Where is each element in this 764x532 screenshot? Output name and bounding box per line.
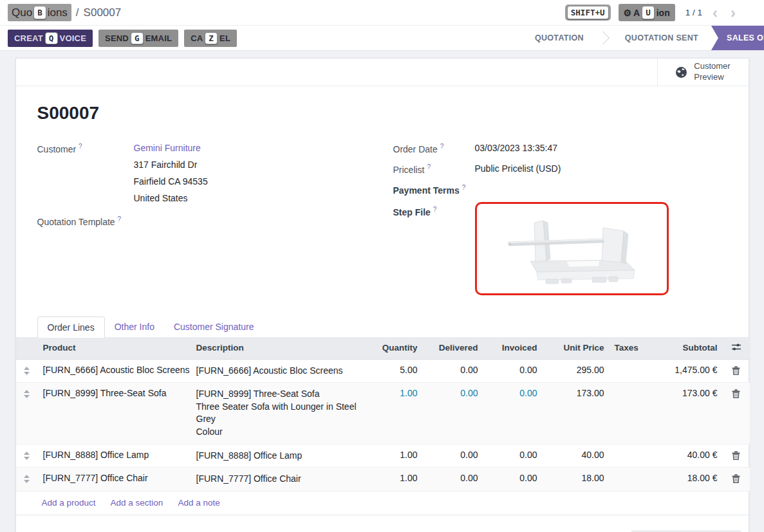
payment-terms-label: Payment Terms ?	[393, 183, 475, 196]
col-invoiced[interactable]: Invoiced	[483, 337, 543, 360]
subtotal-cell: 40.00 €	[651, 444, 723, 468]
table-row[interactable]: [FURN_8888] Office Lamp[FURN_8888] Offic…	[16, 444, 750, 468]
product-cell[interactable]: [FURN_8888] Office Lamp	[38, 444, 191, 468]
quantity-cell[interactable]: 1.00	[365, 444, 423, 468]
drag-handle-icon	[24, 390, 30, 398]
pager-prev-icon[interactable]: ‹	[710, 5, 720, 21]
product-cell[interactable]: [FURN_6666] Acoustic Bloc Screens	[38, 359, 191, 383]
table-row[interactable]: [FURN_6666] Acoustic Bloc Screens[FURN_6…	[16, 359, 750, 383]
table-row[interactable]: [FURN_8999] Three-Seat Sofa[FURN_8999] T…	[16, 383, 750, 444]
topbar-right: SHIFT+U ⚙ A U ion 1 / 1 ‹ ›	[565, 4, 764, 21]
help-icon: ?	[79, 143, 82, 150]
add-a-note-link[interactable]: Add a note	[178, 498, 219, 508]
cancel-button[interactable]: CA Z EL	[184, 30, 237, 47]
add-a-section-link[interactable]: Add a section	[111, 498, 163, 508]
description-cell[interactable]: [FURN_7777] Office Chair	[191, 468, 365, 491]
subtotal-cell: 173.00 €	[651, 383, 723, 444]
globe-icon	[675, 66, 687, 78]
pager-next-icon[interactable]: ›	[728, 5, 738, 21]
invoiced-cell: 0.00	[483, 383, 543, 444]
quantity-cell[interactable]: 1.00	[365, 468, 423, 491]
customer-address-line: 317 Fairchild Dr	[134, 158, 208, 172]
col-description[interactable]: Description	[191, 337, 365, 360]
description-cell[interactable]: [FURN_8999] Three-Seat SofaThree Seater …	[191, 383, 365, 444]
invoiced-cell: 0.00	[483, 359, 543, 383]
row-drag-handle[interactable]	[16, 468, 38, 491]
optional-columns-icon[interactable]	[723, 337, 750, 360]
invoiced-cell: 0.00	[483, 468, 543, 491]
row-drag-handle[interactable]	[16, 444, 38, 468]
field-customer: Customer ? Gemini Furniture 317 Fairchil…	[37, 142, 393, 205]
customer-link[interactable]: Gemini Furniture	[134, 143, 201, 153]
description-cell[interactable]: [FURN_8888] Office Lamp	[191, 444, 365, 468]
taxes-cell[interactable]	[610, 383, 651, 444]
step-file-preview[interactable]	[475, 202, 669, 295]
help-icon: ?	[433, 206, 437, 213]
form-sheet: Customer Preview S00007 Customer ? Gemin…	[15, 58, 749, 532]
send-email-label-post: EMAIL	[145, 33, 172, 43]
help-icon: ?	[440, 143, 444, 150]
delete-row-button[interactable]	[723, 468, 750, 491]
field-pricelist: Pricelist ? Public Pricelist (USD)	[393, 162, 727, 176]
order-lines-table: Product Description Quantity Delivered I…	[16, 337, 750, 491]
trash-icon	[732, 474, 740, 483]
description-cell[interactable]: [FURN_6666] Acoustic Bloc Screens	[191, 359, 365, 383]
quantity-cell[interactable]: 1.00	[365, 383, 423, 444]
col-quantity[interactable]: Quantity	[365, 337, 423, 360]
pricelist-value[interactable]: Public Pricelist (USD)	[475, 162, 561, 176]
tab-order-lines[interactable]: Order Lines	[37, 316, 105, 338]
tab-customer-signature[interactable]: Customer Signature	[164, 316, 264, 337]
breadcrumb-separator: /	[76, 6, 79, 19]
add-line-row: Add a product Add a section Add a note	[16, 491, 749, 515]
shortcut-hint-g: G	[131, 32, 144, 44]
col-taxes[interactable]: Taxes	[610, 337, 651, 360]
col-subtotal[interactable]: Subtotal	[651, 337, 723, 360]
row-drag-handle[interactable]	[16, 383, 38, 444]
help-icon: ?	[462, 184, 466, 191]
cancel-label-post: EL	[219, 33, 230, 43]
form-view-background: Customer Preview S00007 Customer ? Gemin…	[0, 51, 764, 532]
row-drag-handle[interactable]	[16, 359, 38, 383]
product-cell[interactable]: [FURN_8999] Three-Seat Sofa	[38, 383, 191, 444]
delivered-cell: 0.00	[423, 383, 483, 444]
product-cell[interactable]: [FURN_7777] Office Chair	[38, 468, 191, 491]
subtotal-cell: 18.00 €	[651, 468, 723, 491]
add-a-product-link[interactable]: Add a product	[42, 498, 96, 508]
control-panel-top: Quo B ions / S00007 SHIFT+U ⚙ A U ion 1 …	[0, 0, 764, 26]
delete-row-button[interactable]	[723, 444, 750, 468]
create-invoice-button[interactable]: CREAT Q VOICE	[8, 30, 93, 47]
taxes-cell[interactable]	[610, 468, 651, 491]
pricelist-label: Pricelist ?	[393, 162, 475, 176]
send-email-button[interactable]: SEND G EMAIL	[98, 30, 178, 47]
send-email-label-pre: SEND	[105, 33, 129, 43]
action-menu-button[interactable]: ⚙ A U ion	[619, 4, 675, 21]
order-date-value[interactable]: 03/03/2023 13:35:47	[475, 142, 557, 155]
quantity-cell[interactable]: 5.00	[365, 359, 423, 383]
help-icon: ?	[427, 163, 431, 170]
unit-price-cell[interactable]: 40.00	[543, 444, 610, 468]
create-invoice-label-post: VOICE	[60, 33, 86, 43]
breadcrumb-quotations-link[interactable]: Quo B ions	[8, 4, 71, 21]
stage-sales-order[interactable]: SALES ORD	[711, 26, 764, 50]
stage-quotation-sent[interactable]: QUOTATION SENT	[612, 26, 711, 50]
stage-quotation[interactable]: QUOTATION	[522, 26, 597, 50]
customer-label: Customer ?	[37, 142, 134, 205]
table-header-row: Product Description Quantity Delivered I…	[16, 337, 750, 360]
action-label-post: ion	[657, 8, 670, 18]
tab-other-info[interactable]: Other Info	[105, 316, 164, 337]
delete-row-button[interactable]	[723, 359, 750, 383]
unit-price-cell[interactable]: 295.00	[543, 359, 610, 383]
unit-price-cell[interactable]: 173.00	[543, 383, 610, 444]
col-unit-price[interactable]: Unit Price	[543, 337, 610, 360]
taxes-cell[interactable]	[610, 359, 651, 383]
col-product[interactable]: Product	[38, 337, 191, 360]
shortcut-hint-q: Q	[45, 32, 58, 44]
taxes-cell[interactable]	[610, 444, 651, 468]
delivered-cell: 0.00	[423, 359, 483, 383]
col-delivered[interactable]: Delivered	[423, 337, 483, 360]
table-row[interactable]: [FURN_7777] Office Chair[FURN_7777] Offi…	[16, 468, 750, 491]
create-invoice-label-pre: CREAT	[14, 33, 43, 43]
delete-row-button[interactable]	[723, 383, 750, 444]
customer-preview-button[interactable]: Customer Preview	[657, 59, 749, 86]
unit-price-cell[interactable]: 18.00	[543, 468, 610, 491]
